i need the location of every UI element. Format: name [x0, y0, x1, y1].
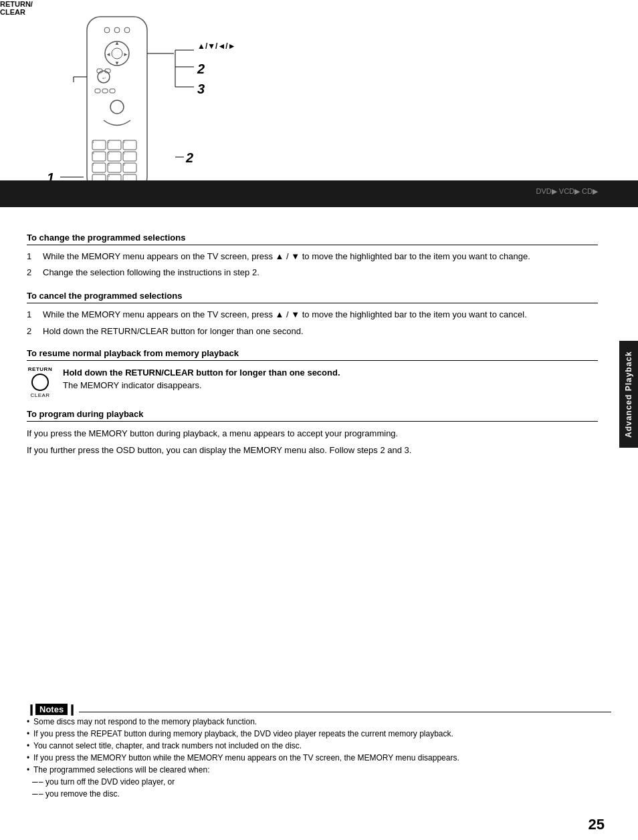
- disc-labels: DVD▶ VCD▶ CD▶: [536, 187, 598, 196]
- program-text-1: If you press the MEMORY button during pl…: [27, 427, 598, 440]
- main-content: Advanced Playback To change the programm…: [0, 207, 638, 470]
- sidebar-tab-label: Advanced Playback: [624, 351, 633, 438]
- svg-rect-16: [110, 89, 115, 93]
- svg-text:0: 0: [108, 174, 110, 178]
- cancel-section-heading: To cancel the programmed selections: [27, 291, 598, 303]
- notes-title: Notes: [35, 704, 68, 715]
- svg-text:►: ►: [123, 51, 128, 57]
- notes-bracket-right: ❙: [68, 703, 76, 716]
- change-step-2: 2 Change the selection following the ins…: [27, 267, 598, 279]
- svg-point-2: [114, 27, 120, 33]
- svg-text:▲: ▲: [114, 40, 120, 46]
- svg-point-17: [110, 100, 124, 114]
- svg-text:2: 2: [108, 140, 110, 144]
- resume-content: RETURN CLEAR Hold down the RETURN/CLEAR …: [27, 366, 598, 398]
- svg-rect-25: [108, 163, 121, 172]
- svg-rect-21: [92, 152, 106, 161]
- step-label-2b: 2: [186, 150, 193, 166]
- program-section-heading: To program during playback: [27, 409, 598, 422]
- svg-rect-22: [108, 152, 121, 161]
- svg-text:9: 9: [123, 162, 125, 166]
- resume-bold-text: Hold down the RETURN/CLEAR button for lo…: [63, 368, 340, 378]
- svg-rect-14: [95, 89, 100, 93]
- resume-text-block: Hold down the RETURN/CLEAR button for lo…: [63, 366, 340, 392]
- resume-heading: To resume normal playback from memory pl…: [27, 348, 598, 361]
- return-button-icon: [31, 374, 49, 391]
- svg-text:5: 5: [108, 151, 110, 155]
- svg-rect-15: [102, 89, 108, 93]
- svg-text:4: 4: [92, 151, 94, 155]
- svg-rect-23: [123, 152, 136, 161]
- return-label-top: RETURN: [28, 366, 52, 372]
- svg-rect-20: [123, 140, 136, 150]
- svg-point-1: [104, 27, 110, 33]
- step-label-3: 3: [197, 82, 205, 97]
- sidebar-tab: Advanced Playback: [619, 341, 638, 448]
- return-label-bottom: CLEAR: [30, 392, 49, 398]
- black-bar: DVD▶ VCD▶ CD▶: [0, 180, 638, 202]
- cancel-step-1: 1 While the MEMORY menu appears on the T…: [27, 309, 598, 321]
- diagram-area: ▲ ▼ ◄ ► ↩ 1 2 3 4 5 6: [0, 0, 638, 207]
- note-item-2: If you press the REPEAT button during me…: [27, 728, 611, 740]
- resume-section: To resume normal playback from memory pl…: [27, 348, 598, 398]
- svg-text:◄: ◄: [106, 51, 111, 57]
- notes-list: Some discs may not respond to the memory…: [27, 716, 611, 800]
- resume-normal-text: The MEMORY indicator disappears.: [63, 380, 202, 390]
- svg-point-5: [112, 48, 122, 59]
- program-section: To program during playback If you press …: [27, 409, 598, 457]
- note-item-5: The programmed selections will be cleare…: [27, 764, 611, 776]
- svg-text:↩: ↩: [102, 76, 106, 80]
- svg-text:6: 6: [123, 151, 125, 155]
- note-item-6: – – you turn off the DVD video player, o…: [27, 776, 611, 788]
- notes-header-row: ❙ Notes ❙: [27, 703, 611, 716]
- notes-section: ❙ Notes ❙ Some discs may not respond to …: [0, 703, 638, 800]
- change-list: 1 While the MEMORY menu appears on the T…: [27, 251, 598, 279]
- page-number: 25: [589, 816, 605, 833]
- svg-text:1: 1: [92, 140, 94, 144]
- svg-text:3: 3: [123, 140, 125, 144]
- note-item-1: Some discs may not respond to the memory…: [27, 716, 611, 728]
- return-icon: RETURN CLEAR: [27, 366, 54, 398]
- step-label-2a: 2: [197, 61, 205, 77]
- svg-rect-24: [92, 163, 106, 172]
- note-item-4: If you press the MEMORY button while the…: [27, 752, 611, 764]
- cancel-step-2: 2 Hold down the RETURN/CLEAR button for …: [27, 325, 598, 337]
- note-item-3: You cannot select title, chapter, and tr…: [27, 740, 611, 752]
- cancel-list: 1 While the MEMORY menu appears on the T…: [27, 309, 598, 337]
- svg-point-3: [124, 27, 130, 33]
- notes-bracket-left: ❙: [27, 703, 35, 716]
- change-step-1: 1 While the MEMORY menu appears on the T…: [27, 251, 598, 263]
- svg-text:▼: ▼: [114, 60, 120, 66]
- notes-divider-line: [79, 712, 611, 712]
- arrow-direction-label: ▲/▼/◄/►: [197, 41, 236, 51]
- program-text-2: If you further press the OSD button, you…: [27, 444, 598, 457]
- svg-rect-26: [123, 163, 136, 172]
- remote-control-diagram: ▲ ▼ ◄ ► ↩ 1 2 3 4 5 6: [67, 10, 174, 200]
- svg-rect-18: [92, 140, 106, 150]
- svg-text:8: 8: [108, 162, 110, 166]
- svg-rect-19: [108, 140, 121, 150]
- note-item-7: – – you remove the disc.: [27, 788, 611, 800]
- svg-text:7: 7: [92, 162, 94, 166]
- change-section-heading: To change the programmed selections: [27, 233, 598, 245]
